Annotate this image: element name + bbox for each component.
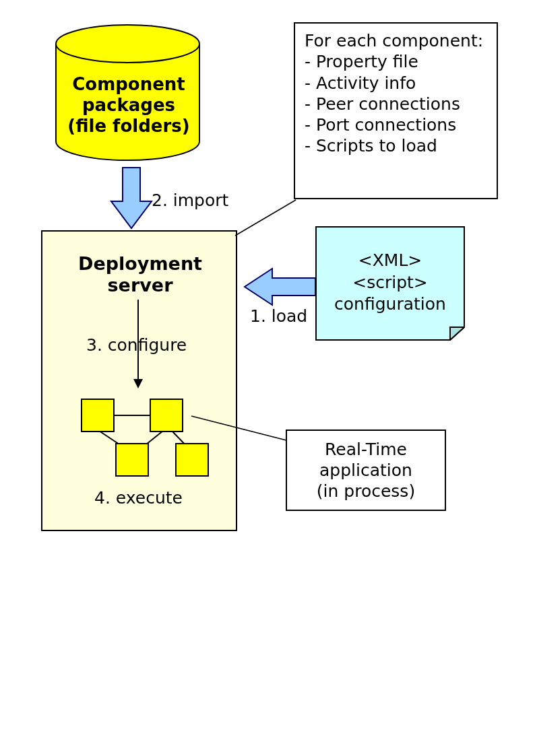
- foreach-title-text: For each component:: [305, 31, 483, 50]
- svg-marker-8: [245, 269, 315, 305]
- label-load: 1. load: [250, 306, 307, 326]
- deployment-server-label: Deployment server: [49, 253, 231, 297]
- component-packages-line1: Component: [72, 74, 185, 94]
- arrow-import: [108, 164, 155, 234]
- svg-marker-1: [111, 168, 152, 228]
- svg-line-12: [191, 416, 286, 440]
- component-packages-line3: (file folders): [67, 116, 189, 136]
- foreach-item-2: - Peer connections: [305, 94, 487, 114]
- label-execute: 4. execute: [94, 488, 183, 508]
- xml-note-line3: configuration: [334, 294, 446, 314]
- xml-note-line2: <script>: [352, 273, 428, 292]
- xml-note: <XML> <script> configuration: [315, 226, 465, 341]
- foreach-item-4: - Scripts to load: [305, 135, 487, 156]
- deployment-server-line1: Deployment: [78, 253, 202, 274]
- xml-note-line1: <XML>: [358, 250, 422, 270]
- component-packages-label: Component packages (file folders): [59, 74, 198, 137]
- foreach-item-0: - Property file: [305, 51, 487, 72]
- realtime-line3: (in process): [317, 481, 415, 501]
- realtime-line2: application: [319, 460, 412, 480]
- component-packages-line2: packages: [82, 95, 175, 115]
- svg-marker-11: [450, 327, 464, 340]
- label-configure: 3. configure: [86, 335, 187, 355]
- foreach-item-1: - Activity info: [305, 73, 487, 94]
- realtime-box: Real-Time application (in process): [286, 429, 446, 511]
- svg-marker-3: [133, 379, 143, 388]
- foreach-title: For each component:: [305, 30, 487, 51]
- connector-realtime: [189, 413, 290, 450]
- label-import: 2. import: [152, 191, 228, 210]
- xml-note-text: <XML> <script> configuration: [315, 250, 465, 316]
- svg-point-0: [56, 25, 199, 63]
- deployment-server-line2: server: [108, 275, 173, 296]
- arrow-load: [241, 267, 319, 310]
- svg-line-9: [235, 200, 296, 236]
- foreach-box: For each component: - Property file - Ac…: [294, 22, 498, 199]
- foreach-item-3: - Port connections: [305, 114, 487, 135]
- graph-node-3: [115, 443, 149, 477]
- connector-foreach: [232, 199, 300, 242]
- graph-node-1: [81, 399, 115, 432]
- graph-node-2: [150, 399, 183, 432]
- realtime-line1: Real-Time: [325, 440, 407, 459]
